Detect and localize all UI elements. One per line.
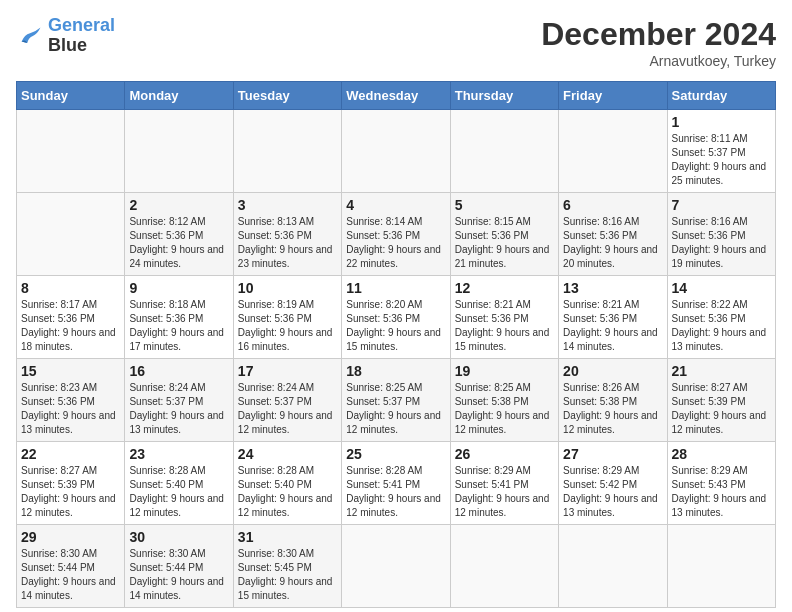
- calendar-week-row: 1Sunrise: 8:11 AMSunset: 5:37 PMDaylight…: [17, 110, 776, 193]
- day-info: Sunrise: 8:23 AMSunset: 5:36 PMDaylight:…: [21, 381, 120, 437]
- calendar-day-cell: 5Sunrise: 8:15 AMSunset: 5:36 PMDaylight…: [450, 193, 558, 276]
- day-info: Sunrise: 8:21 AMSunset: 5:36 PMDaylight:…: [455, 298, 554, 354]
- calendar-day-cell: 20Sunrise: 8:26 AMSunset: 5:38 PMDayligh…: [559, 359, 667, 442]
- day-number: 6: [563, 197, 662, 213]
- day-info: Sunrise: 8:25 AMSunset: 5:38 PMDaylight:…: [455, 381, 554, 437]
- calendar-day-cell: 12Sunrise: 8:21 AMSunset: 5:36 PMDayligh…: [450, 276, 558, 359]
- calendar-day-cell: 2Sunrise: 8:12 AMSunset: 5:36 PMDaylight…: [125, 193, 233, 276]
- calendar-week-row: 15Sunrise: 8:23 AMSunset: 5:36 PMDayligh…: [17, 359, 776, 442]
- calendar-week-row: 29Sunrise: 8:30 AMSunset: 5:44 PMDayligh…: [17, 525, 776, 608]
- day-number: 21: [672, 363, 771, 379]
- title-section: December 2024 Arnavutkoey, Turkey: [541, 16, 776, 69]
- empty-cell: [17, 110, 125, 193]
- empty-cell: [559, 110, 667, 193]
- day-number: 13: [563, 280, 662, 296]
- day-number: 4: [346, 197, 445, 213]
- day-number: 1: [672, 114, 771, 130]
- empty-cell: [559, 525, 667, 608]
- day-number: 12: [455, 280, 554, 296]
- calendar-day-cell: 1Sunrise: 8:11 AMSunset: 5:37 PMDaylight…: [667, 110, 775, 193]
- day-info: Sunrise: 8:24 AMSunset: 5:37 PMDaylight:…: [129, 381, 228, 437]
- empty-cell: [667, 525, 775, 608]
- day-of-week-header: Tuesday: [233, 82, 341, 110]
- calendar-day-cell: 17Sunrise: 8:24 AMSunset: 5:37 PMDayligh…: [233, 359, 341, 442]
- day-info: Sunrise: 8:17 AMSunset: 5:36 PMDaylight:…: [21, 298, 120, 354]
- calendar-table: SundayMondayTuesdayWednesdayThursdayFrid…: [16, 81, 776, 608]
- calendar-header: SundayMondayTuesdayWednesdayThursdayFrid…: [17, 82, 776, 110]
- day-number: 3: [238, 197, 337, 213]
- day-number: 28: [672, 446, 771, 462]
- calendar-day-cell: 19Sunrise: 8:25 AMSunset: 5:38 PMDayligh…: [450, 359, 558, 442]
- day-number: 26: [455, 446, 554, 462]
- day-info: Sunrise: 8:29 AMSunset: 5:41 PMDaylight:…: [455, 464, 554, 520]
- day-of-week-header: Sunday: [17, 82, 125, 110]
- day-info: Sunrise: 8:30 AMSunset: 5:44 PMDaylight:…: [21, 547, 120, 603]
- calendar-day-cell: 29Sunrise: 8:30 AMSunset: 5:44 PMDayligh…: [17, 525, 125, 608]
- day-info: Sunrise: 8:11 AMSunset: 5:37 PMDaylight:…: [672, 132, 771, 188]
- day-of-week-header: Monday: [125, 82, 233, 110]
- calendar-day-cell: 14Sunrise: 8:22 AMSunset: 5:36 PMDayligh…: [667, 276, 775, 359]
- day-info: Sunrise: 8:30 AMSunset: 5:45 PMDaylight:…: [238, 547, 337, 603]
- day-of-week-header: Friday: [559, 82, 667, 110]
- calendar-day-cell: 13Sunrise: 8:21 AMSunset: 5:36 PMDayligh…: [559, 276, 667, 359]
- empty-cell: [17, 193, 125, 276]
- calendar-day-cell: 3Sunrise: 8:13 AMSunset: 5:36 PMDaylight…: [233, 193, 341, 276]
- day-info: Sunrise: 8:28 AMSunset: 5:41 PMDaylight:…: [346, 464, 445, 520]
- day-number: 16: [129, 363, 228, 379]
- day-number: 18: [346, 363, 445, 379]
- day-number: 22: [21, 446, 120, 462]
- calendar-week-row: 2Sunrise: 8:12 AMSunset: 5:36 PMDaylight…: [17, 193, 776, 276]
- day-info: Sunrise: 8:26 AMSunset: 5:38 PMDaylight:…: [563, 381, 662, 437]
- day-number: 23: [129, 446, 228, 462]
- day-info: Sunrise: 8:28 AMSunset: 5:40 PMDaylight:…: [238, 464, 337, 520]
- calendar-day-cell: 22Sunrise: 8:27 AMSunset: 5:39 PMDayligh…: [17, 442, 125, 525]
- day-info: Sunrise: 8:20 AMSunset: 5:36 PMDaylight:…: [346, 298, 445, 354]
- empty-cell: [233, 110, 341, 193]
- empty-cell: [342, 525, 450, 608]
- empty-cell: [342, 110, 450, 193]
- day-number: 25: [346, 446, 445, 462]
- day-info: Sunrise: 8:29 AMSunset: 5:43 PMDaylight:…: [672, 464, 771, 520]
- day-info: Sunrise: 8:16 AMSunset: 5:36 PMDaylight:…: [563, 215, 662, 271]
- calendar-day-cell: 4Sunrise: 8:14 AMSunset: 5:36 PMDaylight…: [342, 193, 450, 276]
- day-info: Sunrise: 8:27 AMSunset: 5:39 PMDaylight:…: [672, 381, 771, 437]
- empty-cell: [450, 110, 558, 193]
- day-number: 11: [346, 280, 445, 296]
- calendar-day-cell: 6Sunrise: 8:16 AMSunset: 5:36 PMDaylight…: [559, 193, 667, 276]
- day-info: Sunrise: 8:28 AMSunset: 5:40 PMDaylight:…: [129, 464, 228, 520]
- day-info: Sunrise: 8:29 AMSunset: 5:42 PMDaylight:…: [563, 464, 662, 520]
- day-info: Sunrise: 8:25 AMSunset: 5:37 PMDaylight:…: [346, 381, 445, 437]
- day-info: Sunrise: 8:24 AMSunset: 5:37 PMDaylight:…: [238, 381, 337, 437]
- day-number: 10: [238, 280, 337, 296]
- calendar-week-row: 22Sunrise: 8:27 AMSunset: 5:39 PMDayligh…: [17, 442, 776, 525]
- day-number: 29: [21, 529, 120, 545]
- day-number: 24: [238, 446, 337, 462]
- day-number: 2: [129, 197, 228, 213]
- calendar-day-cell: 11Sunrise: 8:20 AMSunset: 5:36 PMDayligh…: [342, 276, 450, 359]
- logo: General Blue: [16, 16, 115, 56]
- day-number: 15: [21, 363, 120, 379]
- calendar-day-cell: 31Sunrise: 8:30 AMSunset: 5:45 PMDayligh…: [233, 525, 341, 608]
- day-info: Sunrise: 8:14 AMSunset: 5:36 PMDaylight:…: [346, 215, 445, 271]
- day-of-week-header: Saturday: [667, 82, 775, 110]
- day-info: Sunrise: 8:12 AMSunset: 5:36 PMDaylight:…: [129, 215, 228, 271]
- day-number: 27: [563, 446, 662, 462]
- day-number: 17: [238, 363, 337, 379]
- day-number: 14: [672, 280, 771, 296]
- empty-cell: [450, 525, 558, 608]
- day-info: Sunrise: 8:21 AMSunset: 5:36 PMDaylight:…: [563, 298, 662, 354]
- logo-text: General Blue: [48, 16, 115, 56]
- day-of-week-header: Wednesday: [342, 82, 450, 110]
- day-info: Sunrise: 8:15 AMSunset: 5:36 PMDaylight:…: [455, 215, 554, 271]
- calendar-day-cell: 28Sunrise: 8:29 AMSunset: 5:43 PMDayligh…: [667, 442, 775, 525]
- day-info: Sunrise: 8:22 AMSunset: 5:36 PMDaylight:…: [672, 298, 771, 354]
- calendar-day-cell: 10Sunrise: 8:19 AMSunset: 5:36 PMDayligh…: [233, 276, 341, 359]
- day-info: Sunrise: 8:13 AMSunset: 5:36 PMDaylight:…: [238, 215, 337, 271]
- month-title: December 2024: [541, 16, 776, 53]
- calendar-day-cell: 15Sunrise: 8:23 AMSunset: 5:36 PMDayligh…: [17, 359, 125, 442]
- calendar-day-cell: 16Sunrise: 8:24 AMSunset: 5:37 PMDayligh…: [125, 359, 233, 442]
- calendar-day-cell: 7Sunrise: 8:16 AMSunset: 5:36 PMDaylight…: [667, 193, 775, 276]
- day-info: Sunrise: 8:27 AMSunset: 5:39 PMDaylight:…: [21, 464, 120, 520]
- day-number: 30: [129, 529, 228, 545]
- location-subtitle: Arnavutkoey, Turkey: [541, 53, 776, 69]
